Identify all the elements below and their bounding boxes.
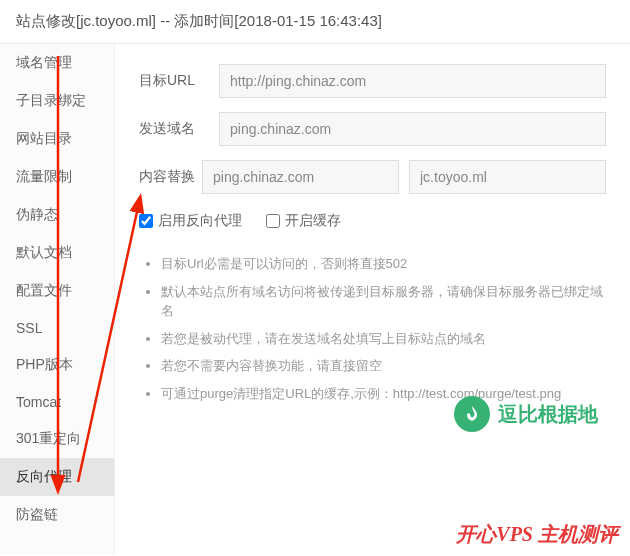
page-title: 站点修改[jc.toyoo.ml] -- 添加时间[2018-01-15 16:… — [16, 12, 382, 29]
watermark-text: 逗比根据地 — [498, 401, 598, 428]
watermark-footer: 开心VPS 主机测评 — [456, 521, 618, 548]
sidebar-item-10[interactable]: 301重定向 — [0, 420, 114, 458]
note-item: 若您不需要内容替换功能，请直接留空 — [161, 356, 606, 376]
content-replace-label: 内容替换 — [139, 168, 202, 186]
sidebar-item-4[interactable]: 伪静态 — [0, 196, 114, 234]
sidebar-item-11[interactable]: 反向代理 — [0, 458, 114, 496]
watermark-icon — [454, 396, 490, 432]
enable-proxy-checkbox-group[interactable]: 启用反向代理 — [139, 212, 242, 230]
sidebar-item-0[interactable]: 域名管理 — [0, 44, 114, 82]
enable-cache-checkbox[interactable] — [266, 214, 280, 228]
sidebar-item-6[interactable]: 配置文件 — [0, 272, 114, 310]
send-domain-input[interactable] — [219, 112, 606, 146]
sidebar-item-8[interactable]: PHP版本 — [0, 346, 114, 384]
main-content: 目标URL 发送域名 内容替换 启用反向代理 开启缓存 目标Url必需是可 — [115, 44, 630, 554]
sidebar-item-1[interactable]: 子目录绑定 — [0, 82, 114, 120]
watermark-logo: 逗比根据地 — [454, 396, 598, 432]
notes-list: 目标Url必需是可以访问的，否则将直接502默认本站点所有域名访问将被传递到目标… — [139, 254, 606, 403]
target-url-input[interactable] — [219, 64, 606, 98]
sidebar-item-3[interactable]: 流量限制 — [0, 158, 114, 196]
sidebar-item-7[interactable]: SSL — [0, 310, 114, 346]
enable-proxy-label: 启用反向代理 — [158, 212, 242, 230]
sidebar-item-2[interactable]: 网站目录 — [0, 120, 114, 158]
content-replace-from-input[interactable] — [202, 160, 399, 194]
sidebar: 域名管理子目录绑定网站目录流量限制伪静态默认文档配置文件SSLPHP版本Tomc… — [0, 44, 115, 554]
sidebar-item-12[interactable]: 防盗链 — [0, 496, 114, 534]
sidebar-item-5[interactable]: 默认文档 — [0, 234, 114, 272]
note-item: 若您是被动代理，请在发送域名处填写上目标站点的域名 — [161, 329, 606, 349]
note-item: 目标Url必需是可以访问的，否则将直接502 — [161, 254, 606, 274]
target-url-label: 目标URL — [139, 72, 219, 90]
note-item: 默认本站点所有域名访问将被传递到目标服务器，请确保目标服务器已绑定域名 — [161, 282, 606, 321]
enable-cache-checkbox-group[interactable]: 开启缓存 — [266, 212, 341, 230]
send-domain-label: 发送域名 — [139, 120, 219, 138]
page-header: 站点修改[jc.toyoo.ml] -- 添加时间[2018-01-15 16:… — [0, 0, 630, 44]
content-replace-to-input[interactable] — [409, 160, 606, 194]
enable-cache-label: 开启缓存 — [285, 212, 341, 230]
sidebar-item-9[interactable]: Tomcat — [0, 384, 114, 420]
enable-proxy-checkbox[interactable] — [139, 214, 153, 228]
